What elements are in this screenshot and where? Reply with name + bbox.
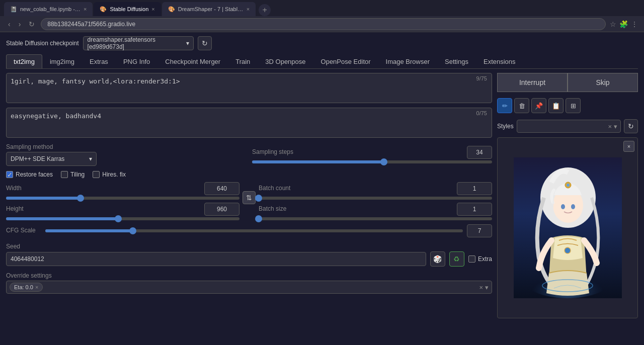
styles-clear-icon[interactable]: × xyxy=(608,123,612,130)
bookmark-star-icon[interactable]: ☆ xyxy=(610,20,616,28)
width-slider[interactable] xyxy=(6,197,239,200)
colab-tab-close[interactable]: × xyxy=(84,6,87,12)
cfg-scale-slider[interactable] xyxy=(45,229,463,232)
tab-checkpoint-merger[interactable]: Checkpoint Merger xyxy=(157,54,228,68)
browser-menu-icon[interactable]: ⋮ xyxy=(631,20,638,28)
override-clear-icon[interactable]: × xyxy=(479,284,483,291)
width-thumb[interactable] xyxy=(77,195,84,202)
hires-fix-checkbox[interactable]: Hires. fix xyxy=(93,171,126,178)
height-input[interactable]: 960 xyxy=(204,203,239,216)
swap-dimensions-button[interactable]: ⇅ xyxy=(243,191,256,204)
back-button[interactable]: ‹ xyxy=(6,19,13,29)
trash-icon-button[interactable]: 🗑 xyxy=(514,98,529,113)
address-bar: ‹ › ↻ ☆ 🧩 ⋮ xyxy=(0,16,644,32)
colab-favicon: 📓 xyxy=(10,6,17,13)
height-thumb[interactable] xyxy=(115,215,122,222)
override-tag-text: Eta: 0.0 xyxy=(14,284,33,290)
checkpoint-refresh-button[interactable]: ↻ xyxy=(198,36,212,50)
override-section: Override settings Eta: 0.0 × × ▾ xyxy=(6,272,492,294)
sampling-steps-fill xyxy=(252,160,384,163)
grid-icon-button[interactable]: ⊞ xyxy=(566,98,581,113)
styles-refresh-button[interactable]: ↻ xyxy=(624,119,638,133)
url-input[interactable] xyxy=(41,18,606,30)
sampling-method-select[interactable]: DPM++ SDE Karras ▾ xyxy=(6,152,97,166)
interrupt-button[interactable]: Interrupt xyxy=(497,73,568,92)
height-slider[interactable] xyxy=(6,217,239,220)
tiling-box xyxy=(61,171,68,178)
browser-tab-colab[interactable]: 📓 new_colab_file.ipynb - Collabora... × xyxy=(4,2,93,16)
negative-prompt-wrapper: 0/75 document.querySelector('[data-name=… xyxy=(6,108,492,139)
width-input[interactable]: 640 xyxy=(204,182,239,195)
checkpoint-label: Stable Diffusion checkpoint xyxy=(6,40,79,47)
seed-row: 🎲 ♻ Extra xyxy=(6,251,492,267)
tab-image-browser[interactable]: Image Browser xyxy=(378,54,437,68)
batch-count-slider[interactable] xyxy=(259,197,492,200)
seed-recycle-button[interactable]: ♻ xyxy=(449,251,464,267)
edit-icon-button[interactable]: ✏ xyxy=(497,98,512,113)
height-label: Height xyxy=(6,205,24,212)
width-section: Width 640 Height 960 xyxy=(6,182,239,220)
svg-point-4 xyxy=(561,204,565,209)
image-close-button[interactable]: × xyxy=(623,141,634,152)
styles-row: Styles × ▾ ↻ xyxy=(497,119,638,133)
generated-image xyxy=(514,157,622,298)
copy-icon-button[interactable]: 📋 xyxy=(548,98,564,113)
tab-3d-openpose[interactable]: 3D Openpose xyxy=(258,54,313,68)
hires-fix-box xyxy=(93,171,100,178)
batch-size-slider[interactable] xyxy=(259,217,492,220)
browser-tabs-bar: 📓 new_colab_file.ipynb - Collabora... × … xyxy=(0,0,644,16)
batch-count-thumb[interactable] xyxy=(255,195,262,202)
sampling-steps-thumb[interactable] xyxy=(380,158,387,165)
tiling-checkbox[interactable]: Tiling xyxy=(61,171,85,178)
restore-faces-checkbox[interactable]: ✓ Restore faces xyxy=(6,171,53,178)
checkpoint-section: Stable Diffusion checkpoint dreamshaper.… xyxy=(6,36,638,50)
tab-txt2img[interactable]: txt2img xyxy=(6,54,42,68)
forward-button[interactable]: › xyxy=(17,19,23,29)
tab-extensions[interactable]: Extensions xyxy=(476,54,523,68)
sampling-steps-slider[interactable] xyxy=(252,160,492,163)
hires-fix-label: Hires. fix xyxy=(102,171,126,178)
negative-prompt-input[interactable] xyxy=(6,108,492,138)
tab-img2img[interactable]: img2img xyxy=(42,54,82,68)
dreamshaper-favicon: 🎨 xyxy=(168,6,175,13)
seed-input[interactable] xyxy=(6,252,426,266)
new-tab-button[interactable]: + xyxy=(259,4,271,16)
negative-token-count: 0/75 xyxy=(474,110,489,117)
styles-dropdown-arrow[interactable]: ▾ xyxy=(614,123,617,130)
extension-icon[interactable]: 🧩 xyxy=(619,20,628,28)
reload-button[interactable]: ↻ xyxy=(27,19,37,29)
tab-png-info[interactable]: PNG Info xyxy=(116,54,157,68)
dreamshaper-tab-close[interactable]: × xyxy=(247,6,250,12)
sd-tab-close[interactable]: × xyxy=(151,6,154,12)
width-fill xyxy=(6,197,80,200)
image-area: × xyxy=(497,137,638,318)
batch-size-input[interactable]: 1 xyxy=(457,203,492,216)
batch-count-input[interactable]: 1 xyxy=(457,182,492,195)
override-tag-close[interactable]: × xyxy=(35,284,38,290)
tab-openpose-editor[interactable]: OpenPose Editor xyxy=(313,54,378,68)
styles-input[interactable]: × ▾ xyxy=(517,120,621,133)
tab-train[interactable]: Train xyxy=(228,54,258,68)
sd-tab-label: Stable Diffusion xyxy=(110,6,148,12)
cfg-scale-thumb[interactable] xyxy=(129,227,136,234)
svg-point-8 xyxy=(565,247,571,253)
swap-icon: ⇅ xyxy=(246,194,252,202)
skip-button[interactable]: Skip xyxy=(568,73,638,92)
extra-checkbox[interactable]: Extra xyxy=(468,255,492,263)
tab-extras[interactable]: Extras xyxy=(82,54,116,68)
checkpoint-value: dreamshaper.safetensors [ed989d673d] xyxy=(88,36,186,50)
browser-tab-dreamshaper[interactable]: 🎨 DreamShaper - 7 | Stable Diffusio... × xyxy=(162,2,256,16)
checkbox-row: ✓ Restore faces Tiling Hires. fix xyxy=(6,171,492,178)
bookmark-icon-button[interactable]: 📌 xyxy=(531,98,546,113)
override-dropdown-arrow[interactable]: ▾ xyxy=(485,284,489,291)
browser-tab-sd[interactable]: 🎨 Stable Diffusion × xyxy=(94,2,160,16)
browser-toolbar: ☆ 🧩 ⋮ xyxy=(610,20,638,28)
positive-prompt-input[interactable] xyxy=(6,73,492,103)
batch-size-thumb[interactable] xyxy=(255,215,262,222)
tab-settings[interactable]: Settings xyxy=(437,54,476,68)
seed-dice-button[interactable]: 🎲 xyxy=(430,251,445,267)
sampling-steps-value[interactable]: 34 xyxy=(467,146,492,159)
extra-label: Extra xyxy=(478,255,492,263)
cfg-scale-value[interactable]: 7 xyxy=(467,224,492,237)
checkpoint-select[interactable]: dreamshaper.safetensors [ed989d673d] ▾ xyxy=(83,36,194,50)
